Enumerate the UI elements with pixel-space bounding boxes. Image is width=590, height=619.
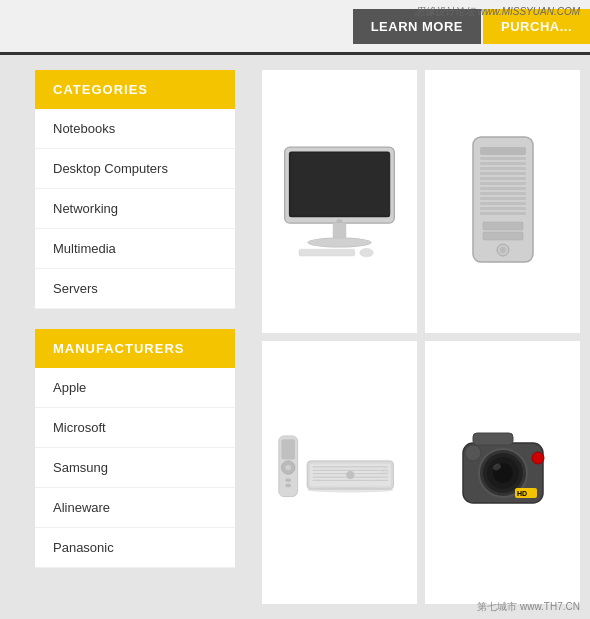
manufacturer-microsoft[interactable]: Microsoft (35, 408, 235, 448)
svg-rect-18 (480, 192, 526, 195)
sidebar: CATEGORIES Notebooks Desktop Computers N… (0, 55, 252, 619)
manufacturer-panasonic[interactable]: Panasonic (35, 528, 235, 568)
svg-rect-10 (480, 147, 526, 155)
top-watermark: 思缘设计论坛 www.MISSYUAN.COM (415, 5, 580, 19)
svg-point-40 (346, 470, 354, 478)
svg-rect-39 (313, 479, 389, 480)
svg-point-53 (465, 445, 481, 461)
svg-rect-17 (480, 187, 526, 190)
product-apple-tv[interactable] (262, 341, 417, 604)
svg-rect-14 (480, 172, 526, 175)
product-mac-pro[interactable] (425, 70, 580, 333)
svg-point-6 (307, 238, 371, 246)
main-content: CATEGORIES Notebooks Desktop Computers N… (0, 55, 590, 619)
svg-rect-32 (286, 483, 291, 486)
svg-rect-31 (286, 478, 291, 481)
svg-text:HD: HD (517, 490, 527, 497)
svg-point-52 (532, 452, 544, 464)
svg-rect-13 (480, 167, 526, 170)
svg-rect-2 (291, 153, 391, 215)
categories-list: Notebooks Desktop Computers Networking M… (35, 109, 235, 309)
svg-rect-24 (483, 232, 523, 240)
svg-point-30 (286, 464, 291, 469)
category-networking[interactable]: Networking (35, 189, 235, 229)
product-hd-camera[interactable]: HD (425, 341, 580, 604)
svg-point-41 (307, 487, 393, 492)
svg-rect-21 (480, 207, 526, 210)
svg-rect-12 (480, 162, 526, 165)
svg-rect-15 (480, 177, 526, 180)
svg-point-8 (360, 248, 374, 256)
category-desktop-computers[interactable]: Desktop Computers (35, 149, 235, 189)
category-notebooks[interactable]: Notebooks (35, 109, 235, 149)
manufacturers-header: MANUFACTURERS (35, 329, 235, 368)
manufacturer-alineware[interactable]: Alineware (35, 488, 235, 528)
manufacturer-apple[interactable]: Apple (35, 368, 235, 408)
product-grid: HD (252, 55, 590, 619)
category-servers[interactable]: Servers (35, 269, 235, 309)
svg-point-42 (383, 469, 387, 473)
svg-rect-20 (480, 202, 526, 205)
manufacturers-section: MANUFACTURERS Apple Microsoft Samsung Al… (35, 329, 252, 568)
svg-rect-11 (480, 157, 526, 160)
svg-rect-22 (480, 212, 526, 215)
svg-rect-28 (281, 439, 295, 459)
svg-rect-19 (480, 197, 526, 200)
svg-rect-35 (313, 466, 389, 467)
manufacturer-samsung[interactable]: Samsung (35, 448, 235, 488)
product-imac[interactable] (262, 70, 417, 333)
category-multimedia[interactable]: Multimedia (35, 229, 235, 269)
svg-rect-16 (480, 182, 526, 185)
categories-section: CATEGORIES Notebooks Desktop Computers N… (35, 70, 252, 309)
bottom-watermark: 第七城市 www.TH7.CN (477, 600, 580, 614)
svg-rect-36 (313, 469, 389, 470)
manufacturers-list: Apple Microsoft Samsung Alineware Panaso… (35, 368, 235, 568)
svg-rect-49 (473, 433, 513, 445)
categories-header: CATEGORIES (35, 70, 235, 109)
svg-point-26 (500, 247, 506, 253)
svg-rect-23 (483, 222, 523, 230)
svg-rect-7 (299, 249, 355, 256)
top-bar: 思缘设计论坛 www.MISSYUAN.COM LEARN MORE PURCH… (0, 0, 590, 55)
